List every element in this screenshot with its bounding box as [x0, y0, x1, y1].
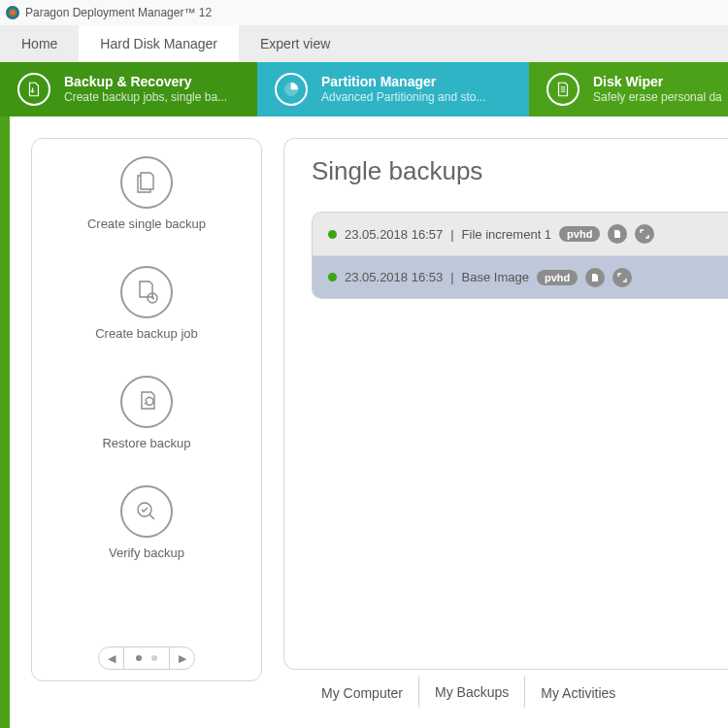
pager-dot[interactable] — [151, 655, 157, 661]
ribbon-title: Disk Wiper — [593, 74, 722, 91]
sidebar: Create single backup Create backup job R… — [31, 138, 262, 681]
disk-wiper-icon — [546, 73, 579, 106]
app-icon — [6, 6, 19, 19]
separator: | — [450, 270, 453, 284]
action-label: Create single backup — [87, 216, 206, 231]
expand-icon[interactable] — [612, 268, 632, 287]
titlebar: Paragon Deployment Manager™ 12 — [0, 0, 728, 25]
tab-home[interactable]: Home — [0, 25, 79, 62]
backup-datetime: 23.05.2018 16:57 — [345, 227, 443, 242]
app-title: Paragon Deployment Manager™ 12 — [25, 6, 212, 19]
format-badge: pvhd — [559, 226, 600, 242]
action-create-backup-job[interactable]: Create backup job — [95, 266, 198, 341]
tab-my-backups[interactable]: My Backups — [418, 677, 525, 709]
refresh-icon — [120, 376, 173, 428]
action-restore-backup[interactable]: Restore backup — [102, 376, 190, 450]
backup-name: Base Image — [462, 270, 529, 284]
action-label: Create backup job — [95, 326, 198, 341]
format-badge: pvhd — [537, 270, 578, 285]
backup-row[interactable]: 23.05.2018 16:57 | File increment 1 pvhd — [313, 213, 728, 255]
tab-expert-view[interactable]: Expert view — [239, 25, 351, 62]
ribbon-partition-manager[interactable]: Partition Manager Advanced Partitioning … — [257, 62, 529, 116]
action-create-single-backup[interactable]: Create single backup — [87, 156, 206, 231]
ribbon-disk-wiper[interactable]: Disk Wiper Safely erase personal da — [529, 62, 728, 116]
pager-next[interactable]: ▶ — [169, 647, 194, 669]
partition-manager-icon — [275, 73, 308, 106]
backup-row[interactable]: 23.05.2018 16:53 | Base Image pvhd — [313, 255, 728, 298]
content-panel: Single backups 23.05.2018 16:57 | File i… — [283, 138, 728, 670]
backup-list: 23.05.2018 16:57 | File increment 1 pvhd… — [312, 212, 728, 299]
status-dot-icon — [328, 230, 337, 239]
workspace: Create single backup Create backup job R… — [0, 116, 728, 728]
separator: | — [450, 227, 453, 242]
backup-datetime: 23.05.2018 16:53 — [345, 270, 443, 284]
action-label: Restore backup — [102, 436, 190, 450]
main-tabs: Home Hard Disk Manager Expert view — [0, 25, 728, 62]
expand-icon[interactable] — [635, 224, 654, 244]
bottom-tabs: My Computer My Backups My Activities — [306, 677, 631, 709]
sidebar-pager: ◀ ▶ — [32, 642, 261, 675]
tab-hard-disk-manager[interactable]: Hard Disk Manager — [79, 25, 239, 62]
pager-prev[interactable]: ◀ — [99, 647, 124, 669]
ribbon-subtitle: Create backup jobs, single ba... — [64, 90, 227, 105]
backup-recovery-icon — [17, 73, 50, 106]
tab-my-computer[interactable]: My Computer — [306, 677, 418, 709]
ribbon-subtitle: Safely erase personal da — [593, 90, 722, 105]
ribbon-title: Backup & Recovery — [64, 74, 227, 91]
action-verify-backup[interactable]: Verify backup — [109, 485, 184, 560]
action-label: Verify backup — [109, 546, 184, 560]
page-title: Single backups — [312, 156, 728, 186]
ribbon: Backup & Recovery Create backup jobs, si… — [0, 62, 728, 116]
status-dot-icon — [328, 273, 337, 281]
ribbon-title: Partition Manager — [321, 74, 485, 91]
copy-clock-icon — [120, 266, 173, 318]
pager-dot[interactable] — [136, 655, 142, 661]
file-icon[interactable] — [608, 224, 627, 244]
svg-point-2 — [138, 503, 151, 516]
backup-name: File increment 1 — [462, 227, 551, 242]
ribbon-subtitle: Advanced Partitioning and sto... — [321, 90, 485, 105]
check-magnify-icon — [120, 485, 173, 538]
ribbon-backup-recovery[interactable]: Backup & Recovery Create backup jobs, si… — [0, 62, 257, 116]
copy-icon — [120, 156, 173, 209]
tab-my-activities[interactable]: My Activities — [525, 677, 631, 709]
file-icon[interactable] — [585, 268, 605, 287]
